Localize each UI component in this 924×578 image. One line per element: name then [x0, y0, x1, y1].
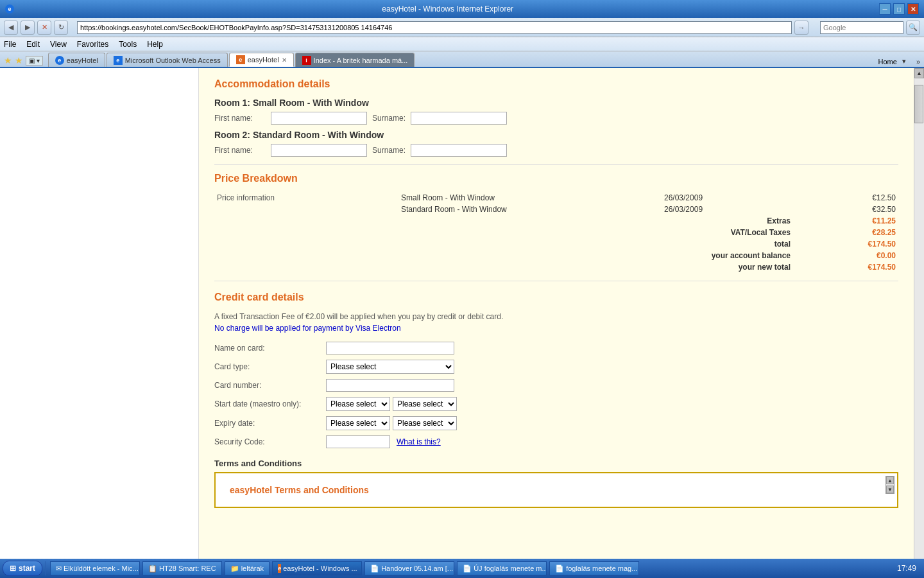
- room1-surname-input[interactable]: [411, 112, 507, 125]
- what-is-this-link[interactable]: What is this?: [397, 437, 441, 446]
- name-on-card-label: Name on card:: [214, 344, 323, 353]
- taskbar-icon-3: 📁: [230, 565, 239, 570]
- tab-index[interactable]: i Index - A britek harmada má...: [295, 53, 415, 67]
- cc-note-line1: A fixed Transaction Fee of €2.00 will be…: [214, 312, 503, 321]
- room2-firstname-label: First name:: [214, 146, 266, 155]
- room1-firstname-label: First name:: [214, 114, 266, 123]
- favorites-toggle[interactable]: ▣ ▾: [26, 56, 43, 66]
- left-panel: [0, 68, 199, 569]
- card-number-row: Card number:: [214, 379, 898, 392]
- address-bar[interactable]: [77, 21, 792, 34]
- taskbar-label-3: leltárak: [241, 565, 264, 569]
- room2-surname-label: Surname:: [372, 146, 406, 155]
- tab-favicon-2: e: [114, 56, 123, 65]
- balance-label: your account balance: [662, 250, 793, 261]
- terms-scroll-up[interactable]: ▲: [886, 477, 894, 484]
- room2-title: Room 2: Standard Room - With Window: [214, 130, 898, 140]
- tab-outlook[interactable]: e Microsoft Outlook Web Access: [107, 53, 228, 67]
- tabs-arrow[interactable]: »: [916, 58, 920, 66]
- room2-firstname-input[interactable]: [271, 144, 367, 157]
- tabs-bar: ★ ★ ▣ ▾ e easyHotel e Microsoft Outlook …: [0, 51, 924, 68]
- expiry-date-year-select[interactable]: Please select 2009 2010 2011 2012 2013 2…: [393, 416, 457, 430]
- taskbar-btn-easyhotel[interactable]: e easyHotel - Windows ...: [272, 561, 362, 569]
- taskbar-btn-ht28[interactable]: 📋 HT28 Smart: REC: [142, 561, 222, 569]
- card-number-label: Card number:: [214, 381, 323, 390]
- minimize-btn[interactable]: ─: [879, 3, 891, 15]
- name-on-card-input[interactable]: [326, 342, 454, 355]
- expiry-date-label: Expiry date:: [214, 419, 323, 428]
- menu-favorites[interactable]: Favorites: [77, 40, 108, 49]
- tab-easyhotel2[interactable]: e easyHotel ✕: [229, 53, 294, 67]
- tabs-right: Home ▾ »: [878, 57, 920, 67]
- terms-scrollbar[interactable]: ▲ ▼: [886, 476, 894, 494]
- price-breakdown-title: Price Breakdown: [214, 173, 898, 184]
- home-dropdown[interactable]: ▾: [902, 57, 906, 66]
- close-btn[interactable]: ✕: [907, 3, 919, 15]
- taskbar: ⊞ start ✉ Elküldött elemek - Mic... 📋 HT…: [0, 559, 924, 569]
- taskbar-btn-handover[interactable]: 📄 Handover 05.14.am [...: [364, 561, 454, 569]
- tab-label-2: Microsoft Outlook Web Access: [125, 57, 221, 64]
- accommodation-section: Accommodation details Room 1: Small Room…: [214, 78, 898, 157]
- room1-surname-label: Surname:: [372, 114, 406, 123]
- terms-section-wrapper: Terms and Conditions ▲ ▼ easyHotel Terms…: [214, 459, 898, 508]
- taskbar-icon-4: e: [278, 564, 281, 569]
- cc-note: A fixed Transaction Fee of €2.00 will be…: [214, 311, 898, 334]
- price-table: Price information Small Room - With Wind…: [214, 192, 898, 273]
- menu-edit[interactable]: Edit: [26, 40, 40, 49]
- tab-label-3: easyHotel: [248, 56, 279, 64]
- refresh-btn[interactable]: ↻: [54, 21, 68, 35]
- taskbar-label-2: HT28 Smart: REC: [159, 565, 216, 569]
- tab-favicon-1: e: [55, 56, 64, 65]
- security-code-input[interactable]: [326, 435, 390, 448]
- tab-close-btn[interactable]: ✕: [282, 57, 287, 64]
- start-date-month-select[interactable]: Please select 01 02 03 04 05 06 07 08 09…: [326, 397, 390, 411]
- expiry-date-month-select[interactable]: Please select 01 02 03 04 05 06 07 08 09…: [326, 416, 390, 430]
- card-type-select[interactable]: Please select Visa Mastercard Maestro Vi…: [326, 360, 454, 374]
- window-controls[interactable]: ─ □ ✕: [879, 3, 919, 15]
- card-type-row: Card type: Please select Visa Mastercard…: [214, 360, 898, 374]
- search-btn[interactable]: 🔍: [906, 21, 920, 35]
- start-date-label: Start date (maestro only):: [214, 399, 323, 408]
- stop-btn[interactable]: ✕: [37, 21, 51, 35]
- menu-help[interactable]: Help: [147, 40, 163, 49]
- favorites-star1[interactable]: ★: [4, 55, 12, 66]
- maximize-btn[interactable]: □: [893, 3, 905, 15]
- room1-price: €12.50: [793, 192, 898, 204]
- scrollbar-up-btn[interactable]: ▲: [914, 68, 924, 78]
- right-scrollbar[interactable]: ▲ ▼: [914, 68, 924, 569]
- terms-scroll-down[interactable]: ▼: [886, 486, 894, 493]
- favorites-star2[interactable]: ★: [15, 55, 23, 66]
- back-btn[interactable]: ◀: [4, 21, 18, 35]
- room1-name-row: First name: Surname:: [214, 112, 898, 125]
- card-type-label: Card type:: [214, 362, 323, 371]
- start-date-year-select[interactable]: Please select 2009 2010 2011 2012: [393, 397, 457, 411]
- expiry-date-row: Expiry date: Please select 01 02 03 04 0…: [214, 416, 898, 430]
- main-content: Accommodation details Room 1: Small Room…: [199, 68, 914, 569]
- taskbar-icon-2: 📋: [148, 565, 157, 570]
- menu-tools[interactable]: Tools: [119, 40, 137, 49]
- menu-view[interactable]: View: [50, 40, 67, 49]
- balance-row: your account balance €0.00: [214, 250, 898, 261]
- scrollbar-thumb[interactable]: [914, 85, 923, 123]
- card-number-input[interactable]: [326, 379, 454, 392]
- nav-bar: ◀ ▶ ✕ ↻ → 🔍: [0, 18, 924, 37]
- start-button[interactable]: ⊞ start: [3, 561, 42, 569]
- menu-file[interactable]: File: [4, 40, 16, 49]
- start-icon: ⊞: [10, 564, 16, 569]
- browser-title-bar: e easyHotel - Windows Internet Explorer …: [0, 0, 924, 18]
- home-link[interactable]: Home: [878, 58, 897, 66]
- taskbar-btn-uj[interactable]: 📄 ÚJ foglalás menete m...: [457, 561, 547, 569]
- go-btn[interactable]: →: [794, 21, 809, 35]
- room1-name: Small Room - With Window: [398, 192, 662, 204]
- taskbar-btn-leltarak[interactable]: 📁 leltárak: [225, 561, 270, 569]
- room2-surname-input[interactable]: [411, 144, 507, 157]
- tab-favicon-4: i: [302, 56, 311, 65]
- search-bar[interactable]: [820, 21, 903, 34]
- vat-value: €28.25: [793, 227, 898, 238]
- forward-btn[interactable]: ▶: [21, 21, 35, 35]
- scrollbar-track: [914, 78, 924, 559]
- taskbar-btn-foglalas[interactable]: 📄 foglalás menete mag...: [549, 561, 639, 569]
- tab-easyhotel1[interactable]: e easyHotel: [48, 53, 105, 67]
- room1-firstname-input[interactable]: [271, 112, 367, 125]
- taskbar-btn-email[interactable]: ✉ Elküldött elemek - Mic...: [50, 561, 140, 569]
